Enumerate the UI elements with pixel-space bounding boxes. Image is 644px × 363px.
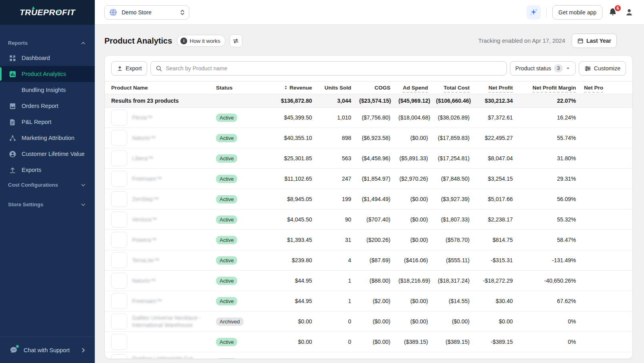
sidebar-item-label: Marketing Attribution [22, 135, 74, 141]
status-badge: Active [216, 114, 237, 122]
column-header-net_profit[interactable]: Net Profit [474, 82, 517, 94]
chat-with-support[interactable]: Chat with Support [0, 337, 95, 363]
sidebar-section-label: Reports [8, 40, 28, 46]
product-name: Libera™ [132, 155, 153, 162]
date-range-button[interactable]: Last Year [572, 34, 617, 48]
table-row[interactable]: Flexia™Active$45,399.501,010($7,756.80)(… [105, 108, 632, 128]
sidebar-section-cost-configurations[interactable]: Cost Configurations [0, 178, 95, 192]
product-status-filter[interactable]: Product status 3 [510, 61, 576, 76]
sidebar-item-orders-report[interactable]: Orders Report [0, 98, 95, 114]
status-badge: Active [216, 256, 237, 265]
table-row[interactable]: TerraLite™Active$239.804($87.69)($416.06… [105, 250, 632, 271]
logo-area[interactable]: ▲ TRUEPROFIT [0, 0, 95, 25]
net_pro-cell [580, 209, 632, 230]
table-row[interactable]: Powera™Active$1,393.4531($200.26)($0.00)… [105, 230, 632, 250]
column-header-name[interactable]: Product Name [105, 82, 212, 94]
main-area: Demo Store Get mobile app 6 [95, 0, 644, 363]
table-row[interactable]: ZenStep™Active$8,945.05199($1,494.49)($0… [105, 189, 632, 209]
sliders-icon [584, 65, 591, 72]
column-header-ad_spend[interactable]: Ad Spend [394, 82, 432, 94]
revenue-cell: $44.95 [253, 291, 316, 311]
sidebar-item-customer-lifetime-value[interactable]: Customer Lifetime Value [0, 146, 95, 162]
table-row[interactable]: Galileo Universe Necklace - Internationa… [105, 311, 632, 332]
column-header-revenue[interactable]: Revenue [253, 82, 316, 94]
table-row[interactable]: Freeroam™Active$44.951($2.00)($0.00)($14… [105, 291, 632, 311]
net_pro-cell [580, 250, 632, 271]
table-row[interactable]: Active$0.000($0.00)($389.15)($389.15)-$3… [105, 332, 632, 352]
table-row[interactable]: Ventura™Active$4,045.5090($707.40)($0.00… [105, 209, 632, 230]
column-header-units[interactable]: Units Sold [316, 82, 355, 94]
status-cell: Active [212, 250, 253, 271]
status-badge: Active [216, 297, 237, 305]
product-name: TerraLite™ [132, 257, 159, 264]
search-icon [156, 65, 162, 72]
sidebar-item-label: Orders Report [22, 103, 58, 109]
caret-down-icon [566, 66, 570, 71]
topbar: Demo Store Get mobile app 6 [95, 0, 644, 25]
column-header-cogs[interactable]: COGS [355, 82, 394, 94]
export-button[interactable]: Export [111, 61, 147, 76]
status-badge: Active [216, 277, 237, 285]
cogs-cell: ($2.00) [355, 291, 394, 311]
units-cell: 0 [316, 332, 355, 352]
sidebar-section-store-settings[interactable]: Store Settings [0, 197, 95, 211]
column-header-npm[interactable]: Net Profit Margin [517, 82, 580, 94]
total_cost-cell: ($555.11) [432, 250, 474, 271]
column-header-status[interactable]: Status [212, 82, 253, 94]
npm-cell: 0% [517, 311, 580, 332]
search-input[interactable] [166, 65, 502, 72]
chevron-down-icon [80, 202, 86, 207]
sidebar: ▲ TRUEPROFIT ReportsDashboardProduct Ana… [0, 0, 95, 363]
product-thumbnail [111, 334, 127, 350]
sidebar-item-product-analytics[interactable]: Product Analytics [0, 66, 95, 82]
product-name: Freeroam™ [132, 175, 162, 182]
refresh-button[interactable] [230, 34, 242, 47]
table-row[interactable]: Freeroam™Active$11,102.65247($1,854.97)(… [105, 169, 632, 189]
product-analytics-table: Product NameStatusRevenueUnits SoldCOGSA… [105, 81, 632, 359]
table-row[interactable]: Naturio™Active$44.951($88.00)($18,216.69… [105, 271, 632, 291]
total_cost-cell: ($14.55) [432, 291, 474, 311]
customize-button[interactable]: Customize [579, 61, 626, 76]
orders-report-icon [9, 102, 16, 110]
revenue-cell: $4,045.50 [253, 209, 316, 230]
column-header-total_cost[interactable]: Total Cost [432, 82, 474, 94]
total_cost-cell: ($1,807.33) [432, 209, 474, 230]
sort-icon[interactable] [284, 85, 288, 90]
product-name: Freeroam™ [132, 297, 162, 305]
get-mobile-app-button[interactable]: Get mobile app [552, 5, 602, 20]
how-it-works-button[interactable]: i How it works [177, 35, 226, 47]
table-row[interactable]: Outdoor Lightweight Cut-resistant Five-A… [105, 352, 632, 359]
sidebar-item-dashboard[interactable]: Dashboard [0, 50, 95, 66]
revenue-cell: $11,102.65 [253, 169, 316, 189]
status-cell: Active [212, 148, 253, 169]
revenue-cell: $1,393.45 [253, 230, 316, 250]
user-avatar-icon[interactable] [624, 7, 634, 18]
sidebar-item-exports[interactable]: Exports [0, 162, 95, 178]
notifications-bell-icon[interactable]: 6 [608, 7, 618, 18]
store-selector[interactable]: Demo Store [104, 5, 189, 20]
net_profit-cell: $3,254.15 [474, 169, 517, 189]
sidebar-item-marketing-attribution[interactable]: Marketing Attribution [0, 130, 95, 146]
revenue-cell: $239.80 [253, 250, 316, 271]
units-cell: 247 [316, 169, 355, 189]
product-name-cell: Freeroam™ [105, 291, 212, 311]
sidebar-item-p-l-report[interactable]: P&L Report [0, 114, 95, 130]
summary-status [212, 94, 253, 108]
logo-arrow-icon: ▲ [31, 4, 36, 10]
net_pro-cell [580, 148, 632, 169]
sidebar-section-reports[interactable]: Reports [0, 36, 95, 50]
ad_spend-cell: ($0.00) [394, 189, 432, 209]
revenue-cell: $25,301.85 [253, 148, 316, 169]
revenue-cell: $8,945.05 [253, 189, 316, 209]
table-row[interactable]: Libera™Active$25,301.85563($4,458.96)($5… [105, 148, 632, 169]
summary-label: Results from 23 products [105, 94, 212, 108]
sidebar-item-bundling-insights[interactable]: Bundling Insights [0, 82, 95, 98]
table-row[interactable]: Naturio™Active$40,355.10898($6,923.58)($… [105, 128, 632, 148]
cogs-cell: ($88.00) [355, 271, 394, 291]
column-label: Net Pro [584, 85, 603, 93]
column-header-net_pro[interactable]: Net Pro [580, 82, 632, 94]
status-badge: Archived [216, 317, 244, 326]
net_pro-cell [580, 271, 632, 291]
ai-sparkle-icon[interactable] [526, 5, 541, 20]
npm-cell: -40,650.26% [517, 271, 580, 291]
